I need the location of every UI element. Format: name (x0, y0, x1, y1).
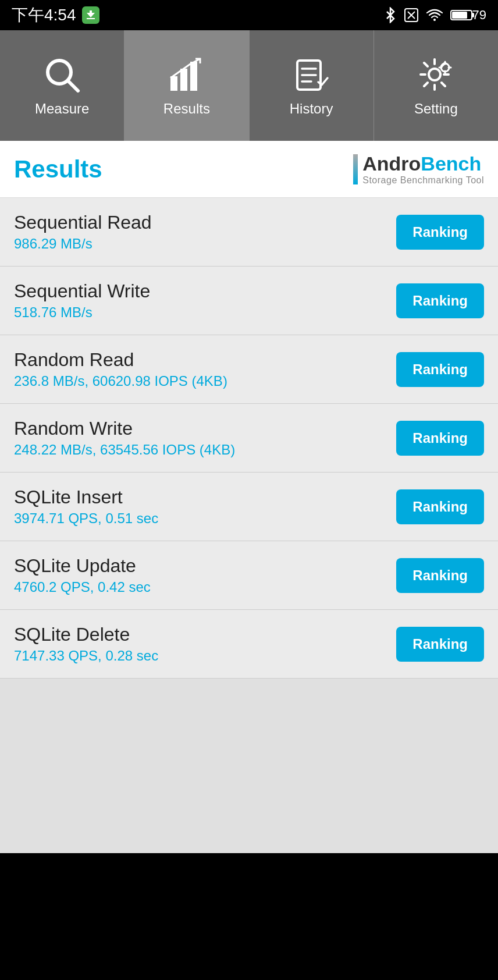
ranking-button[interactable]: Ranking (396, 215, 484, 250)
result-value: 518.76 MB/s (14, 304, 150, 321)
ranking-button[interactable]: Ranking (396, 489, 484, 524)
result-info: SQLite Delete7147.33 QPS, 0.28 sec (14, 624, 158, 664)
brand-text: AndroBench Storage Benchmarking Tool (362, 152, 484, 186)
status-bar: 下午4:54 (0, 0, 498, 30)
result-row: SQLite Delete7147.33 QPS, 0.28 secRankin… (0, 610, 498, 679)
tab-setting-label: Setting (414, 101, 458, 117)
bottom-area (0, 679, 498, 853)
result-info: Random Read236.8 MB/s, 60620.98 IOPS (4K… (14, 349, 227, 389)
results-header: Results AndroBench Storage Benchmarking … (0, 141, 498, 198)
result-row: Sequential Read986.29 MB/sRanking (0, 198, 498, 267)
tab-history-label: History (290, 101, 333, 117)
result-row: Random Write248.22 MB/s, 63545.56 IOPS (… (0, 404, 498, 473)
tab-results[interactable]: Results (124, 30, 249, 141)
history-icon (291, 54, 332, 95)
svg-rect-8 (452, 12, 467, 19)
tab-results-label: Results (163, 101, 210, 117)
status-icons: 79 (384, 7, 486, 23)
svg-point-6 (433, 19, 436, 21)
svg-rect-2 (87, 18, 95, 19)
results-list: Sequential Read986.29 MB/sRankingSequent… (0, 198, 498, 679)
result-value: 4760.2 QPS, 0.42 sec (14, 579, 151, 595)
svg-rect-1 (90, 10, 92, 14)
result-value: 236.8 MB/s, 60620.98 IOPS (4KB) (14, 373, 227, 389)
result-name: Sequential Read (14, 212, 152, 233)
svg-point-19 (429, 69, 440, 80)
result-info: SQLite Update4760.2 QPS, 0.42 sec (14, 555, 151, 595)
status-time: 下午4:54 (12, 4, 76, 26)
ranking-button[interactable]: Ranking (396, 283, 484, 318)
result-value: 3974.71 QPS, 0.51 sec (14, 510, 158, 527)
result-row: Sequential Write518.76 MB/sRanking (0, 267, 498, 335)
brand-bar (353, 154, 358, 184)
result-name: SQLite Insert (14, 487, 158, 508)
wifi-icon (426, 8, 443, 22)
result-name: SQLite Delete (14, 624, 158, 645)
svg-rect-13 (180, 69, 187, 91)
result-info: Random Write248.22 MB/s, 63545.56 IOPS (… (14, 418, 235, 458)
result-name: Random Write (14, 418, 235, 439)
result-info: Sequential Read986.29 MB/s (14, 212, 152, 252)
result-info: Sequential Write518.76 MB/s (14, 280, 150, 321)
ranking-button[interactable]: Ranking (396, 421, 484, 456)
result-name: Random Read (14, 349, 227, 371)
result-value: 248.22 MB/s, 63545.56 IOPS (4KB) (14, 442, 235, 458)
ranking-button[interactable]: Ranking (396, 627, 484, 662)
svg-rect-14 (190, 62, 197, 91)
svg-line-11 (68, 81, 78, 91)
tab-measure-label: Measure (35, 101, 89, 117)
brand-logo: AndroBench Storage Benchmarking Tool (353, 152, 484, 186)
measure-icon (42, 54, 83, 95)
page-title: Results (14, 155, 102, 183)
brand-name: AndroBench (362, 152, 481, 175)
tab-measure[interactable]: Measure (0, 30, 124, 141)
battery-level: 79 (472, 8, 486, 23)
result-name: Sequential Write (14, 280, 150, 302)
close-box-icon (404, 8, 419, 23)
ranking-button[interactable]: Ranking (396, 352, 484, 387)
tab-history[interactable]: History (250, 30, 374, 141)
result-value: 986.29 MB/s (14, 236, 152, 252)
ranking-button[interactable]: Ranking (396, 558, 484, 593)
result-row: SQLite Update4760.2 QPS, 0.42 secRanking (0, 541, 498, 610)
setting-icon (415, 54, 456, 95)
result-row: Random Read236.8 MB/s, 60620.98 IOPS (4K… (0, 335, 498, 404)
download-icon (82, 6, 99, 24)
results-icon (166, 54, 207, 95)
result-row: SQLite Insert3974.71 QPS, 0.51 secRankin… (0, 473, 498, 541)
tab-bar: Measure Results History (0, 30, 498, 141)
tab-setting[interactable]: Setting (374, 30, 498, 141)
bluetooth-icon (384, 7, 397, 23)
svg-rect-12 (170, 76, 177, 91)
result-info: SQLite Insert3974.71 QPS, 0.51 sec (14, 487, 158, 527)
result-name: SQLite Update (14, 555, 151, 577)
battery-icon: 79 (450, 8, 486, 23)
brand-sub: Storage Benchmarking Tool (362, 175, 484, 186)
result-value: 7147.33 QPS, 0.28 sec (14, 648, 158, 664)
